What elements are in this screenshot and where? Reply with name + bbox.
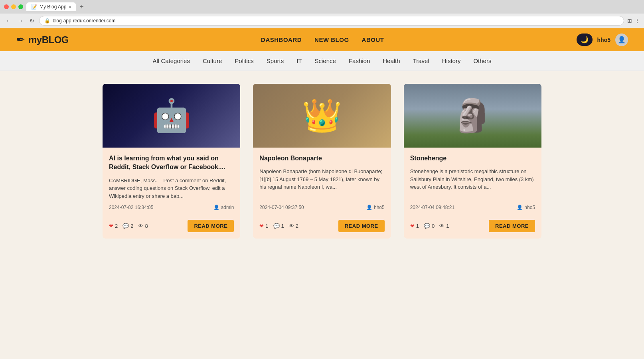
browser-titlebar: 📝 My Blog App × +: [0, 0, 644, 14]
category-history[interactable]: History: [442, 57, 461, 64]
card-3-comments: 💬 0: [424, 223, 435, 229]
category-others[interactable]: Others: [473, 57, 491, 64]
card-1-body: AI is learning from what you said on Red…: [103, 148, 240, 217]
category-health[interactable]: Health: [383, 57, 400, 64]
blog-card-2: Napoleon Bonaparte Napoleon Bonaparte (b…: [253, 84, 391, 239]
back-button[interactable]: ←: [4, 17, 13, 25]
maximize-button[interactable]: [18, 4, 23, 9]
card-2-views: 👁 2: [289, 223, 298, 229]
active-tab[interactable]: 📝 My Blog App ×: [26, 2, 76, 11]
menu-icon[interactable]: ⋮: [634, 18, 640, 24]
card-3-likes-count: 1: [416, 223, 419, 229]
card-3-body: Stonehenge Stonehenge is a prehistoric m…: [404, 148, 541, 217]
extensions-icon[interactable]: ⊞: [627, 18, 632, 24]
card-1-title: AI is learning from what you said on Red…: [109, 154, 234, 172]
reload-button[interactable]: ↻: [28, 17, 36, 25]
card-1-likes-count: 2: [115, 223, 118, 229]
eye-icon-3: 👁: [439, 223, 444, 229]
tab-bar: 📝 My Blog App × +: [26, 2, 640, 11]
card-2-likes: ❤ 1: [259, 223, 268, 229]
traffic-lights: [4, 4, 23, 9]
avatar-icon: 👤: [618, 36, 626, 43]
author-2-icon: 👤: [366, 205, 372, 210]
category-culture[interactable]: Culture: [203, 57, 222, 64]
card-3-stats: ❤ 1 💬 0 👁 1: [410, 223, 449, 229]
cards-grid: AI is learning from what you said on Red…: [103, 84, 541, 239]
card-3-views-count: 1: [446, 223, 449, 229]
card-2-footer: ❤ 1 💬 1 👁 2 READ MORE: [253, 217, 391, 239]
card-2-date: 2024-07-04 09:37:50: [259, 205, 304, 210]
card-3-meta: 2024-07-04 09:48:21 👤 hho5: [410, 205, 535, 210]
logo-area: ✒ myBLOG: [16, 33, 69, 46]
card-1-footer: ❤ 2 💬 2 👁 8 READ MORE: [103, 217, 240, 239]
category-fashion[interactable]: Fashion: [349, 57, 370, 64]
blog-card-3: Stonehenge Stonehenge is a prehistoric m…: [404, 84, 541, 239]
app-header: ✒ myBLOG DASHBOARD NEW BLOG ABOUT 🌙 hho5…: [0, 28, 644, 51]
card-3-excerpt: Stonehenge is a prehistoric megalithic s…: [410, 168, 535, 200]
category-sports[interactable]: Sports: [267, 57, 284, 64]
card-2-stats: ❤ 1 💬 1 👁 2: [259, 223, 298, 229]
card-2-comments: 💬 1: [273, 223, 284, 229]
browser-toolbar: ← → ↻ 🔒 blog-app-redux.onrender.com ⊞ ⋮: [0, 14, 644, 28]
card-3-footer: ❤ 1 💬 0 👁 1 READ MORE: [404, 217, 541, 239]
card-1-author-area: 👤 admin: [213, 205, 234, 210]
card-2-views-count: 2: [296, 223, 298, 229]
main-content: AI is learning from what you said on Red…: [0, 71, 644, 270]
card-1-meta: 2024-07-02 16:34:05 👤 admin: [109, 205, 234, 210]
category-nav: All Categories Culture Politics Sports I…: [0, 51, 644, 71]
card-2-title: Napoleon Bonaparte: [259, 154, 384, 163]
card-3-read-more[interactable]: READ MORE: [489, 220, 535, 232]
card-2-image: [253, 84, 391, 148]
card-1-author: admin: [221, 205, 234, 210]
browser-chrome: 📝 My Blog App × + ← → ↻ 🔒 blog-app-redux…: [0, 0, 644, 28]
heart-icon-2: ❤: [259, 223, 264, 229]
url-text: blog-app-redux.onrender.com: [53, 18, 115, 24]
minimize-button[interactable]: [11, 4, 16, 9]
card-2-body: Napoleon Bonaparte Napoleon Bonaparte (b…: [253, 148, 391, 217]
card-1-views-count: 8: [145, 223, 148, 229]
logo-icon: ✒: [16, 33, 25, 46]
card-1-image: [103, 84, 240, 148]
category-science[interactable]: Science: [315, 57, 336, 64]
nav-about[interactable]: ABOUT: [362, 36, 384, 43]
card-2-likes-count: 1: [265, 223, 268, 229]
card-1-excerpt: CAMBRIDGE, Mass. -- Post a comment on Re…: [109, 177, 234, 200]
dark-mode-toggle[interactable]: 🌙: [577, 34, 593, 46]
nav-new-blog[interactable]: NEW BLOG: [314, 36, 349, 43]
comment-icon-2: 💬: [273, 223, 280, 229]
logo-text: myBLOG: [28, 34, 69, 45]
tab-close-button[interactable]: ×: [69, 5, 71, 9]
main-nav: DASHBOARD NEW BLOG ABOUT: [261, 36, 384, 43]
header-right: 🌙 hho5 👤: [577, 34, 628, 46]
category-it[interactable]: IT: [296, 57, 302, 64]
card-2-meta: 2024-07-04 09:37:50 👤 hho5: [259, 205, 384, 210]
category-politics[interactable]: Politics: [235, 57, 254, 64]
card-2-read-more[interactable]: READ MORE: [338, 220, 385, 232]
user-avatar[interactable]: 👤: [615, 34, 628, 46]
card-1-read-more[interactable]: READ MORE: [188, 220, 234, 232]
author-3-icon: 👤: [517, 205, 523, 210]
nav-dashboard[interactable]: DASHBOARD: [261, 36, 302, 43]
card-3-image: [404, 84, 541, 148]
card-2-author: hho5: [374, 205, 385, 210]
close-button[interactable]: [4, 4, 9, 9]
heart-icon-3: ❤: [410, 223, 415, 229]
new-tab-button[interactable]: +: [77, 3, 86, 10]
card-3-date: 2024-07-04 09:48:21: [410, 205, 454, 210]
card-3-author: hho5: [524, 205, 535, 210]
comment-icon-3: 💬: [424, 223, 430, 229]
eye-icon: 👁: [138, 223, 143, 229]
author-1-icon: 👤: [213, 205, 219, 210]
card-1-stats: ❤ 2 💬 2 👁 8: [109, 223, 148, 229]
forward-button[interactable]: →: [16, 17, 25, 25]
category-travel[interactable]: Travel: [413, 57, 429, 64]
category-all[interactable]: All Categories: [153, 57, 190, 64]
tab-favicon: 📝: [31, 4, 37, 10]
card-2-comments-count: 1: [281, 223, 284, 229]
heart-icon: ❤: [109, 223, 113, 229]
card-1-comments-count: 2: [130, 223, 133, 229]
moon-icon: 🌙: [581, 36, 589, 43]
address-bar[interactable]: 🔒 blog-app-redux.onrender.com: [39, 16, 624, 26]
tab-title: My Blog App: [40, 4, 66, 10]
eye-icon-2: 👁: [289, 223, 294, 229]
